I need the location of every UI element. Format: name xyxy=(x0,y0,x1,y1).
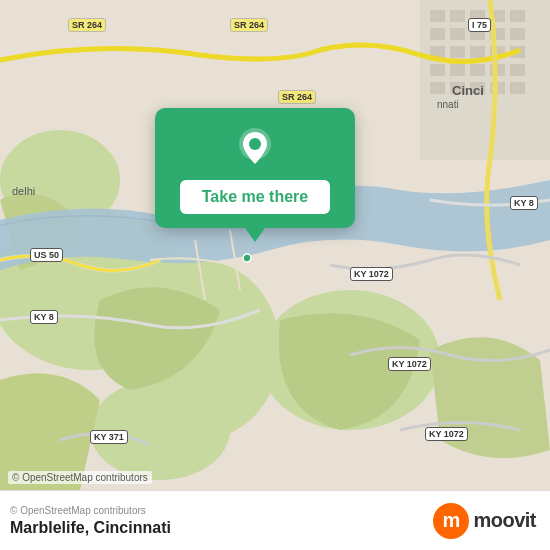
road-badge-ky1072-2: KY 1072 xyxy=(388,357,431,371)
road-badge-ky1072-1: KY 1072 xyxy=(350,267,393,281)
svg-rect-16 xyxy=(510,28,525,40)
svg-rect-11 xyxy=(510,10,525,22)
bottom-left: © OpenStreetMap contributors Marblelife,… xyxy=(10,505,171,537)
place-name: Marblelife, Cincinnati xyxy=(10,519,171,537)
location-pin-icon xyxy=(233,126,277,170)
svg-rect-30 xyxy=(490,82,505,94)
take-me-there-button[interactable]: Take me there xyxy=(180,180,330,214)
svg-rect-23 xyxy=(450,64,465,76)
svg-rect-22 xyxy=(430,64,445,76)
svg-rect-27 xyxy=(430,82,445,94)
road-badge-us50: US 50 xyxy=(30,248,63,262)
svg-rect-19 xyxy=(470,46,485,58)
svg-text:Cinci: Cinci xyxy=(452,83,484,98)
map-container: Cinci nnati delhi SR 264 SR 264 SR 264 I… xyxy=(0,0,550,490)
svg-rect-7 xyxy=(430,10,445,22)
svg-point-35 xyxy=(243,254,251,262)
svg-rect-24 xyxy=(470,64,485,76)
road-badge-i75: I 75 xyxy=(468,18,491,32)
road-badge-ky8-2: KY 8 xyxy=(510,196,538,210)
road-badge-ky1072-3: KY 1072 xyxy=(425,427,468,441)
svg-rect-13 xyxy=(450,28,465,40)
svg-text:nnati: nnati xyxy=(437,99,459,110)
moovit-text: moovit xyxy=(473,509,536,532)
svg-rect-18 xyxy=(450,46,465,58)
moovit-logo[interactable]: m moovit xyxy=(433,503,536,539)
road-badge-ky8-1: KY 8 xyxy=(30,310,58,324)
svg-rect-25 xyxy=(490,64,505,76)
svg-text:delhi: delhi xyxy=(12,185,35,197)
svg-rect-8 xyxy=(450,10,465,22)
map-attribution: © OpenStreetMap contributors xyxy=(8,471,152,484)
attribution: © OpenStreetMap contributors xyxy=(10,505,171,516)
bottom-bar: © OpenStreetMap contributors Marblelife,… xyxy=(0,490,550,550)
svg-point-37 xyxy=(249,138,261,150)
road-badge-sr264-2: SR 264 xyxy=(230,18,268,32)
svg-rect-12 xyxy=(430,28,445,40)
road-badge-sr264-3: SR 264 xyxy=(278,90,316,104)
road-badge-sr264-1: SR 264 xyxy=(68,18,106,32)
svg-rect-26 xyxy=(510,64,525,76)
road-badge-ky371: KY 371 xyxy=(90,430,128,444)
svg-rect-31 xyxy=(510,82,525,94)
moovit-icon: m xyxy=(433,503,469,539)
popup-card: Take me there xyxy=(155,108,355,228)
